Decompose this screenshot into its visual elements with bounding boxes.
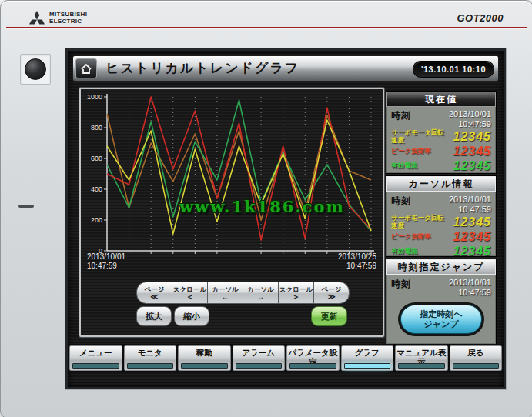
menu-item-monitor[interactable]: モニタ bbox=[124, 345, 177, 371]
cursor-timestamp: 2013/10/01 10:47:59 bbox=[449, 195, 491, 214]
trend-chart: 02004006008001000 bbox=[84, 92, 376, 266]
menu-underline bbox=[236, 363, 283, 369]
cursor-info-panel: カーソル情報 時刻 2013/10/01 10:47:59 サーボモータ回転速度… bbox=[386, 175, 497, 257]
menu-underline bbox=[453, 363, 500, 369]
cursor-servo-row: サーボモータ回転速度 12345 bbox=[386, 215, 496, 229]
cursor-current-row: 有効電流 12345 bbox=[386, 244, 496, 259]
page-title: ヒストリカルトレンドグラフ bbox=[105, 56, 299, 81]
trend-graph-panel: 02004006008001000 2013/10/01 10:47:59 20… bbox=[79, 88, 384, 337]
menu-underline bbox=[72, 363, 119, 369]
brand-text: MITSUBISHI ELECTRIC bbox=[49, 12, 87, 25]
double-right-arrow-icon: ≫ bbox=[327, 293, 335, 301]
bezel-accent-line bbox=[6, 27, 527, 28]
mitsubishi-diamonds-icon bbox=[28, 11, 45, 26]
jump-timestamp: 2013/10/01 10:47:59 bbox=[449, 278, 491, 297]
x-axis-end-label: 2013/10/25 10:47:59 bbox=[338, 252, 376, 271]
bottom-menu-bar: メニュー モニタ 稼動 アラーム パラメータ設定 グラフ bbox=[68, 344, 504, 372]
cursor-right-button[interactable]: カーソル → bbox=[243, 282, 279, 304]
cursor-info-title: カーソル情報 bbox=[386, 176, 496, 192]
scroll-forward-button[interactable]: スクロール ＞ bbox=[278, 282, 314, 304]
info-sidebar: 現在値 時刻 2013/10/01 10:47:59 サーボモータ回転速度 12… bbox=[386, 89, 497, 344]
current-time-row: 時刻 2013/10/01 10:47:59 bbox=[386, 107, 496, 129]
svg-text:800: 800 bbox=[91, 124, 102, 132]
current-peak-row: ピーク負荷率 12345 bbox=[386, 144, 496, 158]
menu-item-back[interactable]: 戻る bbox=[450, 345, 503, 371]
double-left-arrow-icon: ≪ bbox=[150, 293, 158, 301]
jump-time-row: 時刻 2013/10/01 10:47:59 bbox=[386, 275, 496, 298]
right-arrow-icon: → bbox=[257, 293, 265, 301]
zoom-out-button[interactable]: 縮小 bbox=[174, 306, 209, 326]
hmi-device-bezel: MITSUBISHI ELECTRIC GOT2000 ヒストリカルトレンドグラ… bbox=[0, 0, 532, 417]
menu-item-operation[interactable]: 稼動 bbox=[178, 345, 231, 371]
page-forward-button[interactable]: ページ ≫ bbox=[313, 282, 350, 304]
menu-item-manual-display[interactable]: マニュアル表示 bbox=[395, 345, 448, 371]
cursor-time-row: 時刻 2013/10/01 10:47:59 bbox=[386, 192, 496, 215]
menu-underline-active bbox=[344, 363, 391, 369]
screen-header-bar: ヒストリカルトレンドグラフ '13.10.01 10:10 bbox=[72, 55, 499, 82]
bezel-slot bbox=[18, 205, 34, 208]
svg-text:400: 400 bbox=[91, 185, 102, 193]
time-jump-panel: 時刻指定ジャンプ 時刻 2013/10/01 10:47:59 指定時刻へ ジャ… bbox=[386, 259, 497, 345]
svg-text:200: 200 bbox=[91, 216, 102, 224]
cursor-left-button[interactable]: カーソル ← bbox=[207, 282, 243, 304]
page-back-button[interactable]: ページ ≪ bbox=[136, 282, 172, 304]
current-value-title: 現在値 bbox=[386, 92, 496, 107]
current-timestamp: 2013/10/01 10:47:59 bbox=[449, 109, 491, 128]
menu-underline bbox=[181, 363, 228, 369]
front-usb-cover-button[interactable] bbox=[20, 54, 51, 85]
menu-underline bbox=[127, 363, 174, 369]
round-button-face bbox=[25, 58, 46, 80]
x-axis-start-label: 2013/10/01 10:47:59 bbox=[87, 252, 125, 271]
time-jump-title: 時刻指定ジャンプ bbox=[386, 259, 496, 275]
menu-item-alarm[interactable]: アラーム bbox=[233, 345, 286, 371]
clock-display: '13.10.01 10:10 bbox=[413, 61, 494, 78]
cursor-peak-row: ピーク負荷率 12345 bbox=[386, 229, 496, 244]
svg-text:1000: 1000 bbox=[87, 93, 102, 101]
jump-button-frame: 指定時刻へ ジャンプ bbox=[398, 302, 484, 336]
current-servo-row: サーボモータ回転速度 12345 bbox=[386, 129, 496, 144]
left-angle-icon: ＜ bbox=[186, 293, 194, 301]
current-value-panel: 現在値 時刻 2013/10/01 10:47:59 サーボモータ回転速度 12… bbox=[386, 91, 497, 174]
mitsubishi-brand: MITSUBISHI ELECTRIC bbox=[28, 11, 87, 26]
refresh-button[interactable]: 更新 bbox=[311, 306, 347, 326]
menu-underline bbox=[289, 363, 336, 369]
left-arrow-icon: ← bbox=[222, 293, 229, 301]
menu-item-graph[interactable]: グラフ bbox=[341, 345, 394, 371]
home-icon bbox=[80, 63, 92, 75]
graph-nav-button-group: ページ ≪ スクロール ＜ カーソル ← カーソル → スクロール ＞ bbox=[136, 282, 350, 304]
jump-to-time-button[interactable]: 指定時刻へ ジャンプ bbox=[400, 305, 482, 334]
svg-text:600: 600 bbox=[91, 155, 102, 162]
touch-screen: ヒストリカルトレンドグラフ '13.10.01 10:10 0200400600… bbox=[65, 48, 506, 389]
right-angle-icon: ＞ bbox=[293, 293, 300, 301]
home-button[interactable] bbox=[75, 58, 97, 78]
menu-item-parameter-settings[interactable]: パラメータ設定 bbox=[286, 345, 340, 371]
got2000-logo: GOT2000 bbox=[457, 12, 504, 24]
watermark-text: www.1k186.com bbox=[179, 197, 345, 216]
current-current-row: 有効電流 12345 bbox=[386, 158, 496, 173]
menu-item-menu[interactable]: メニュー bbox=[69, 345, 122, 371]
menu-underline bbox=[398, 363, 445, 369]
zoom-in-button[interactable]: 拡大 bbox=[136, 306, 172, 326]
scroll-back-button[interactable]: スクロール ＜ bbox=[172, 282, 208, 304]
